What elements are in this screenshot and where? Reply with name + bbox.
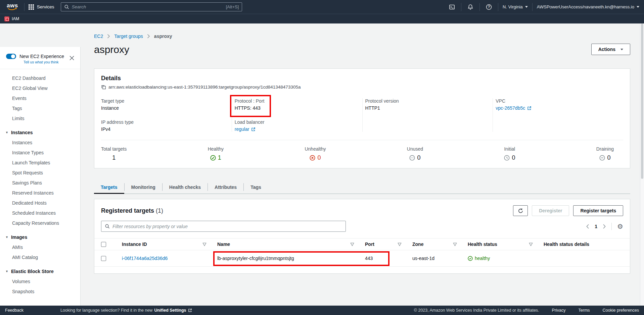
- global-search-box[interactable]: [Alt+S]: [61, 2, 242, 11]
- row-checkbox[interactable]: [101, 256, 106, 261]
- favorites-bar: IAM: [0, 14, 644, 23]
- divider: [611, 223, 612, 230]
- sidebar-item-ami-catalog[interactable]: AMI Catalog: [0, 252, 80, 262]
- sort-filter-icon[interactable]: [350, 243, 354, 246]
- divider: [461, 3, 461, 11]
- health-status-cell: healthy: [475, 256, 490, 261]
- sidebar-item-instances[interactable]: Instances: [0, 138, 80, 148]
- select-all-checkbox[interactable]: [101, 242, 106, 247]
- pagination: 1 ⚙: [586, 223, 623, 230]
- global-search-input[interactable]: [72, 4, 223, 9]
- terms-link[interactable]: Terms: [579, 308, 590, 313]
- tell-us-what-you-think-link[interactable]: Tell us what you think: [24, 60, 75, 64]
- column-header-health-status-details: Health status details: [544, 242, 589, 247]
- sidebar-item-capacity-reservations[interactable]: Capacity Reservations: [0, 218, 80, 228]
- breadcrumb: EC2 Target groups asproxy: [94, 34, 630, 39]
- sidebar-item-reserved-instances[interactable]: Reserved Instances: [0, 188, 80, 198]
- account-menu[interactable]: AWSPowerUserAccess/navaneeth.kn@harness.…: [537, 4, 639, 9]
- details-panel: Details arn:aws:elasticloadbalancing:us-…: [94, 68, 630, 168]
- services-menu-button[interactable]: Services: [29, 4, 54, 10]
- vpc-link[interactable]: vpc-2657db5c: [496, 105, 525, 111]
- filter-box[interactable]: [101, 221, 346, 232]
- privacy-link[interactable]: Privacy: [552, 308, 566, 313]
- settings-gear-icon[interactable]: ⚙: [617, 223, 623, 230]
- healthy-icon: [468, 256, 473, 261]
- cloudshell-icon[interactable]: [447, 4, 457, 10]
- breadcrumb-ec2[interactable]: EC2: [94, 34, 103, 39]
- target-group-arn: arn:aws:elasticloadbalancing:us-east-1:3…: [108, 85, 301, 90]
- aws-logo[interactable]: aws: [7, 3, 18, 11]
- sidebar-item-savings-plans[interactable]: Savings Plans: [0, 178, 80, 188]
- sort-filter-icon[interactable]: [453, 243, 457, 246]
- search-shortcut-hint: [Alt+S]: [226, 4, 239, 9]
- ec2-sidebar: New EC2 Experience Tell us what you thin…: [0, 23, 81, 306]
- sidebar-item-snapshots[interactable]: Snapshots: [0, 286, 80, 297]
- copy-icon[interactable]: [101, 85, 106, 90]
- sort-filter-icon[interactable]: [202, 243, 206, 246]
- load-balancer-link[interactable]: regular: [235, 126, 249, 132]
- initial-icon: [504, 155, 510, 161]
- feedback-link[interactable]: Feedback: [5, 308, 24, 313]
- filter-input[interactable]: [112, 224, 342, 229]
- tab-tags[interactable]: Tags: [244, 180, 268, 194]
- page-number[interactable]: 1: [595, 224, 597, 229]
- breadcrumb-target-groups[interactable]: Target groups: [114, 34, 143, 39]
- favorite-iam-link[interactable]: IAM: [12, 16, 19, 21]
- cookie-preferences-link[interactable]: Cookie preferences: [603, 308, 639, 313]
- sidebar-item-ec2-dashboard[interactable]: EC2 Dashboard: [0, 73, 80, 83]
- sidebar-section-elastic-block-store[interactable]: ▼Elastic Block Store: [0, 266, 80, 276]
- target-name-cell: lb-asproxytyler-cfcg8jru1tmmqpntsjtg: [212, 250, 360, 267]
- next-page-icon[interactable]: [603, 224, 606, 229]
- tab-targets[interactable]: Targets: [94, 180, 124, 194]
- region-selector[interactable]: N. Virginia: [503, 4, 528, 9]
- actions-button[interactable]: Actions: [591, 44, 630, 55]
- sidebar-nav: EC2 Dashboard EC2 Global View Events Tag…: [0, 69, 80, 297]
- field-ip-address-type: IP address type IPv4: [101, 119, 225, 132]
- sidebar-item-dedicated-hosts[interactable]: Dedicated Hosts: [0, 198, 80, 208]
- tab-health-checks[interactable]: Health checks: [163, 180, 208, 194]
- tab-bar: Targets Monitoring Health checks Attribu…: [94, 180, 630, 194]
- tab-monitoring[interactable]: Monitoring: [125, 180, 162, 194]
- sidebar-item-spot-requests[interactable]: Spot Requests: [0, 168, 80, 178]
- sidebar-section-instances[interactable]: ▼Instances: [0, 127, 80, 138]
- refresh-button[interactable]: [513, 205, 528, 216]
- top-navigation-bar: aws Services [Alt+S] ? N. Virginia AWSPo…: [0, 0, 644, 14]
- search-icon: [105, 224, 110, 229]
- sidebar-item-scheduled-instances[interactable]: Scheduled Instances: [0, 208, 80, 218]
- unhealthy-icon: [310, 155, 315, 161]
- instance-id-link[interactable]: i-06f1744a6a25d36d6: [122, 256, 168, 261]
- aws-smile-icon: [8, 8, 17, 11]
- breadcrumb-current: asproxy: [154, 34, 172, 39]
- new-ec2-experience-label: New EC2 Experience: [19, 54, 64, 59]
- sort-filter-icon[interactable]: [398, 243, 402, 246]
- registered-targets-title: Registered targets: [101, 207, 154, 214]
- close-icon[interactable]: [70, 56, 74, 60]
- sort-filter-icon[interactable]: [529, 243, 533, 246]
- column-header-instance-id: Instance ID: [122, 242, 147, 247]
- aws-logo-text: aws: [7, 3, 18, 8]
- previous-page-icon[interactable]: [586, 224, 589, 229]
- sidebar-section-images[interactable]: ▼Images: [0, 232, 80, 242]
- field-protocol-version: Protocol version HTTP1: [365, 98, 486, 111]
- register-targets-button[interactable]: Register targets: [573, 205, 623, 216]
- help-icon[interactable]: ?: [484, 4, 494, 10]
- notifications-bell-icon[interactable]: [466, 4, 475, 10]
- vertical-scrollbar[interactable]: [640, 23, 644, 306]
- unified-settings-link[interactable]: Unified Settings: [154, 308, 186, 313]
- healthy-icon: [210, 155, 216, 161]
- search-icon: [64, 4, 69, 9]
- sidebar-item-events[interactable]: Events: [0, 93, 80, 103]
- sidebar-item-volumes[interactable]: Volumes: [0, 276, 80, 286]
- sidebar-item-amis[interactable]: AMIs: [0, 242, 80, 252]
- sidebar-item-launch-templates[interactable]: Launch Templates: [0, 158, 80, 168]
- sidebar-item-tags[interactable]: Tags: [0, 103, 80, 113]
- unused-icon: [409, 155, 415, 161]
- sidebar-item-instance-types[interactable]: Instance Types: [0, 148, 80, 158]
- sidebar-item-ec2-global-view[interactable]: EC2 Global View: [0, 83, 80, 93]
- registered-targets-count: (1): [156, 207, 163, 214]
- deregister-button[interactable]: Deregister: [532, 205, 569, 216]
- new-ec2-experience-toggle[interactable]: [6, 54, 16, 59]
- tab-attributes[interactable]: Attributes: [208, 180, 243, 194]
- chevron-right-icon: [107, 34, 110, 39]
- sidebar-item-limits[interactable]: Limits: [0, 113, 80, 123]
